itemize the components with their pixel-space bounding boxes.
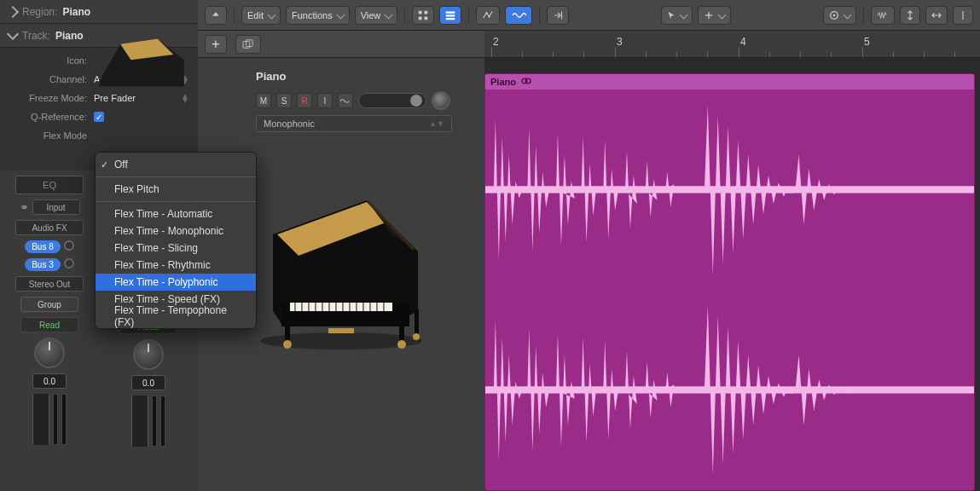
audiofx-slot[interactable]: Audio FX <box>15 220 84 235</box>
volume-value[interactable]: 0.0 <box>32 373 67 389</box>
solo-button[interactable]: S <box>276 93 292 108</box>
freeze-value: Pre Fader <box>94 93 181 103</box>
svg-rect-2 <box>419 10 422 14</box>
automation-button[interactable] <box>476 6 500 25</box>
svg-rect-41 <box>399 324 404 343</box>
vertical-zoom-button[interactable] <box>900 6 920 25</box>
output-slot[interactable]: Stereo Out <box>15 276 84 292</box>
flexmode-row[interactable]: Flex Mode <box>9 126 189 145</box>
group-button[interactable]: Group <box>20 297 78 312</box>
icon-row[interactable]: Icon: <box>9 51 189 70</box>
track-name: Piano <box>55 30 84 42</box>
menu-item-off[interactable]: Off <box>96 156 256 173</box>
link-icon[interactable]: ⚭ <box>20 201 29 214</box>
track-header-name: Piano <box>256 70 474 83</box>
meter <box>53 394 58 445</box>
pan-knob[interactable] <box>34 338 65 368</box>
eq-slot[interactable]: EQ <box>15 176 84 194</box>
volume-value[interactable]: 0.0 <box>131 375 165 390</box>
svg-point-44 <box>397 340 406 349</box>
inspector-body: Icon: Channel: Audio 1 ▲▼ Freeze Mode: P… <box>0 48 198 145</box>
svg-point-43 <box>283 340 292 349</box>
menu-item-flex-polyphonic[interactable]: Flex Time - Polyphonic <box>96 274 256 291</box>
region-name: Piano <box>62 6 90 18</box>
chevron-down-icon <box>7 27 19 39</box>
track-label: Track: <box>22 30 50 42</box>
input-slot[interactable]: Input <box>32 199 80 215</box>
list-view-button[interactable] <box>439 6 461 25</box>
duplicate-track-button[interactable] <box>235 35 261 54</box>
up-arrow-button[interactable] <box>205 6 227 25</box>
tracks-toolbar: Edit Functions View <box>198 0 980 31</box>
send-knob[interactable] <box>64 240 74 251</box>
svg-rect-40 <box>285 324 290 343</box>
svg-rect-42 <box>415 309 419 335</box>
audio-region[interactable]: Piano <box>484 73 975 491</box>
volume-slider[interactable] <box>358 93 426 108</box>
region-name-label: Piano <box>490 77 516 87</box>
menu-separator <box>96 176 256 177</box>
record-enable-button[interactable]: R <box>297 93 312 108</box>
snap-menu[interactable] <box>823 6 856 25</box>
alt-tool-menu[interactable] <box>698 6 731 25</box>
flex-mode-menu: Off Flex Pitch Flex Time - Automatic Fle… <box>95 152 257 329</box>
view-menu[interactable]: View <box>355 6 398 25</box>
fader[interactable] <box>32 394 49 445</box>
region-header[interactable]: Region: Piano <box>0 0 198 24</box>
flex-button[interactable] <box>505 6 532 25</box>
menu-item-flex-pitch[interactable]: Flex Pitch <box>96 181 256 198</box>
svg-rect-17 <box>246 39 252 46</box>
menu-item-flex-tempophone[interactable]: Flex Time - Tempophone (FX) <box>96 308 256 325</box>
stepper-icon: ▲▼ <box>429 119 444 128</box>
qref-checkbox[interactable]: ✓ <box>94 112 104 122</box>
channel-strip-left: EQ ⚭ Input Audio FX Bus 8 Bus 3 Stereo O… <box>0 170 99 491</box>
track-header[interactable]: Piano M S R I Monophonic ▲▼ <box>198 58 484 144</box>
meter <box>152 396 157 447</box>
svg-point-9 <box>486 11 488 13</box>
fader[interactable] <box>131 396 148 447</box>
pan-knob[interactable] <box>133 339 164 370</box>
stepper-icon[interactable]: ▲▼ <box>181 94 189 102</box>
menu-item-flex-monophonic[interactable]: Flex Time - Monophonic <box>96 222 256 240</box>
svg-point-10 <box>489 15 490 17</box>
chevron-right-icon <box>7 5 19 17</box>
svg-point-15 <box>833 14 836 16</box>
track-icon-large <box>247 175 435 354</box>
svg-point-45 <box>413 333 420 340</box>
timeline-area: 2 3 4 5 Piano <box>484 31 980 491</box>
catch-button[interactable] <box>547 6 569 25</box>
edit-menu[interactable]: Edit <box>241 6 281 25</box>
region-header-strip: Piano <box>485 74 974 90</box>
menu-item-flex-automatic[interactable]: Flex Time - Automatic <box>96 205 256 222</box>
piano-icon <box>94 83 189 93</box>
waveform-zoom-button[interactable] <box>871 6 895 25</box>
pan-knob-small[interactable] <box>432 91 450 110</box>
send-knob[interactable] <box>64 258 74 269</box>
svg-point-49 <box>525 78 531 84</box>
waveform-display <box>485 90 974 490</box>
loop-icon <box>521 77 531 87</box>
flex-track-button[interactable] <box>338 93 353 108</box>
zoom-fit-button[interactable] <box>953 6 973 25</box>
send-bus8[interactable]: Bus 8 <box>25 240 61 253</box>
send-bus3[interactable]: Bus 3 <box>25 258 61 271</box>
input-monitor-button[interactable]: I <box>317 93 333 108</box>
menu-separator <box>96 201 256 202</box>
add-track-button[interactable]: + <box>205 35 227 54</box>
horizontal-zoom-button[interactable] <box>925 6 948 25</box>
menu-item-flex-slicing[interactable]: Flex Time - Slicing <box>96 240 256 257</box>
region-label: Region: <box>22 6 57 18</box>
qref-row[interactable]: Q-Reference: ✓ <box>9 107 189 126</box>
mute-button[interactable]: M <box>256 93 271 108</box>
grid-view-button[interactable] <box>412 6 434 25</box>
pointer-tool-menu[interactable] <box>661 6 693 25</box>
functions-menu[interactable]: Functions <box>286 6 350 25</box>
flex-mode-selector[interactable]: Monophonic ▲▼ <box>256 115 452 132</box>
ruler[interactable]: 2 3 4 5 <box>484 31 980 58</box>
svg-rect-3 <box>425 10 428 14</box>
menu-item-flex-rhythmic[interactable]: Flex Time - Rhythmic <box>96 257 256 274</box>
svg-rect-7 <box>446 14 455 16</box>
meter <box>160 396 165 447</box>
automation-read-button[interactable]: Read <box>20 317 78 332</box>
svg-rect-5 <box>425 16 428 20</box>
